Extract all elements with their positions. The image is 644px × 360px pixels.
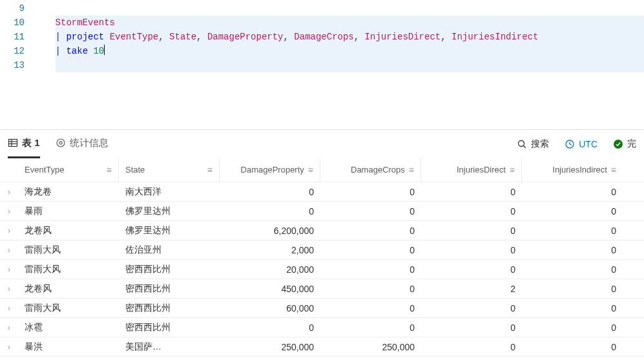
query-editor[interactable]: 9 10 11 12 13 StormEvents | project Even… [0,0,644,129]
expand-row-icon[interactable]: › [0,246,18,255]
cell-eventtype: 雷雨大风 [18,264,119,275]
cell-injuriesindirect: 0 [522,187,623,197]
cell-state: 南大西洋 [119,186,220,198]
stats-icon [56,138,66,148]
column-header-eventtype[interactable]: EventType≡ [18,158,119,182]
expand-row-icon[interactable]: › [0,265,18,274]
column-header-state[interactable]: State≡ [119,158,220,182]
search-icon [517,139,527,149]
code-area[interactable]: StormEvents | project EventType, State, … [34,1,644,129]
code-line[interactable]: | project EventType, State, DamageProper… [56,30,644,44]
line-number: 11 [0,30,25,44]
cell-damagecrops: 0 [320,206,421,217]
token-col: InjuriesDirect [365,32,441,42]
column-header-label: InjuriesIndirect [528,165,607,175]
table-row[interactable]: ›雷雨大风密西西比州60,000000 [0,299,644,318]
tab-stats-label: 统计信息 [70,137,109,149]
results-toolbar: 表 1 统计信息 搜索 UTC [0,129,644,158]
column-header-label: State [125,165,203,175]
cell-damageproperty: 2,000 [220,245,320,255]
table-row[interactable]: ›暴洪美国萨…250,000250,00000 [0,337,644,357]
cell-injuriesdirect: 0 [421,264,522,275]
column-menu-icon[interactable]: ≡ [207,165,213,175]
table-row[interactable]: ›暴雨佛罗里达州0000 [0,202,644,221]
svg-point-4 [57,139,65,147]
svg-point-5 [59,142,61,144]
line-number: 12 [0,44,25,58]
column-menu-icon[interactable]: ≡ [107,165,112,175]
cell-damagecrops: 0 [320,303,421,313]
token-number: 10 [93,46,104,56]
column-header-label: DamageCrops [327,165,405,175]
column-header-damagecrops[interactable]: DamageCrops≡ [320,158,421,182]
results-grid: EventType≡State≡DamageProperty≡DamageCro… [0,158,644,360]
cell-injuriesindirect: 0 [522,264,623,275]
column-menu-icon[interactable]: ≡ [510,165,515,175]
status-done: 完 [613,138,636,150]
cell-damagecrops: 0 [320,226,421,236]
column-menu-icon[interactable]: ≡ [409,165,414,175]
table-row[interactable]: ›海龙卷南大西洋0000 [0,182,644,202]
expand-row-icon[interactable]: › [0,304,18,313]
cell-eventtype: 雷雨大风 [18,244,119,256]
column-header-injuriesdirect[interactable]: InjuriesDirect≡ [421,158,522,182]
table-row[interactable]: ›龙卷风密西西比州450,000020 [0,279,644,299]
search-button[interactable]: 搜索 [517,138,549,150]
check-circle-icon [613,139,623,149]
cell-damagecrops: 0 [320,284,421,294]
cell-injuriesindirect: 0 [522,284,623,294]
status-done-label: 完 [627,138,636,150]
cell-eventtype: 冰雹 [18,322,119,334]
expand-row-icon[interactable]: › [0,207,18,216]
cell-injuriesdirect: 2 [421,284,522,294]
cell-injuriesdirect: 0 [421,303,522,313]
cell-state: 密西西比州 [119,283,220,295]
table-row[interactable]: ›龙卷风佛罗里达州6,200,000000 [0,221,644,240]
utc-label: UTC [579,139,597,149]
cell-state: 密西西比州 [119,264,220,275]
expand-row-icon[interactable]: › [0,187,18,196]
cell-injuriesindirect: 0 [522,303,623,313]
cell-eventtype: 龙卷风 [18,225,119,237]
code-line[interactable]: | take 10 [56,44,644,58]
token-col: DamageProperty [207,32,284,42]
token-col: State [169,32,196,42]
table-row[interactable]: ›雷雨大风佐治亚州2,000000 [0,240,644,260]
code-line[interactable] [56,58,644,72]
cell-damagecrops: 250,000 [320,342,421,352]
cell-injuriesdirect: 0 [421,245,522,255]
cell-damageproperty: 450,000 [220,284,320,294]
token-table: StormEvents [56,17,115,28]
expand-row-icon[interactable]: › [0,284,18,293]
cell-eventtype: 雷雨大风 [18,302,119,314]
tab-table[interactable]: 表 1 [8,130,40,158]
results-tabs: 表 1 统计信息 [8,130,109,158]
table-row[interactable]: ›洪水肯塔基州1,000000 [0,357,644,360]
expand-row-icon[interactable]: › [0,323,18,332]
cell-eventtype: 海龙卷 [18,186,119,198]
column-header-injuriesindirect[interactable]: InjuriesIndirect≡ [522,158,623,182]
cell-state: 密西西比州 [119,302,220,314]
table-icon [8,138,18,148]
column-menu-icon[interactable]: ≡ [611,165,616,175]
token-keyword: project [66,32,104,42]
column-menu-icon[interactable]: ≡ [308,165,313,175]
table-row[interactable]: ›雷雨大风密西西比州20,000000 [0,260,644,279]
cell-damageproperty: 6,200,000 [220,226,320,236]
expand-row-icon[interactable]: › [0,226,18,235]
code-line[interactable]: StormEvents [56,16,644,30]
cell-injuriesdirect: 0 [421,323,522,333]
column-header-label: DamageProperty [226,165,304,175]
tab-table-label: 表 1 [22,137,40,149]
cell-eventtype: 暴雨 [18,206,119,217]
cell-state: 密西西比州 [119,322,220,334]
utc-button[interactable]: UTC [565,139,597,149]
token-pipe: | [56,46,61,56]
tab-stats[interactable]: 统计信息 [56,130,109,158]
table-row[interactable]: ›冰雹密西西比州0000 [0,318,644,337]
cell-damageproperty: 60,000 [220,303,320,313]
code-line[interactable] [34,87,644,101]
expand-row-icon[interactable]: › [0,343,18,352]
column-header-damageproperty[interactable]: DamageProperty≡ [220,158,320,182]
cell-injuriesdirect: 0 [421,226,522,236]
